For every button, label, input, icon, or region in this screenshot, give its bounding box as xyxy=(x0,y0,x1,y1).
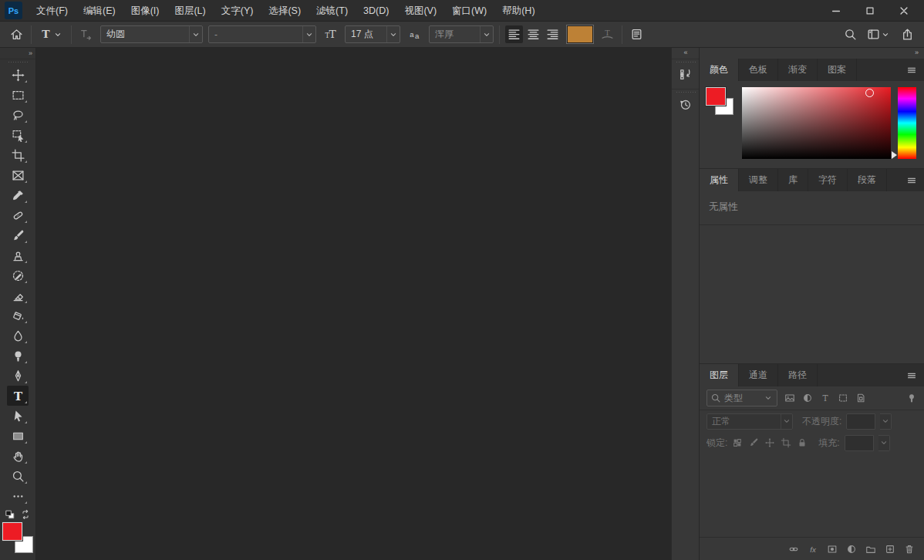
foreground-color-swatch[interactable] xyxy=(706,87,726,106)
rectangle-tool[interactable] xyxy=(7,426,29,446)
workspace-switcher-button[interactable] xyxy=(865,25,893,43)
menu-item-edit[interactable]: 编辑(E) xyxy=(76,0,123,22)
lasso-tool[interactable] xyxy=(7,105,29,125)
menu-item-image[interactable]: 图像(I) xyxy=(123,0,167,22)
maximize-button[interactable] xyxy=(853,0,887,21)
lock-position-icon[interactable] xyxy=(764,437,775,448)
lock-all-icon[interactable] xyxy=(797,437,808,448)
properties-panel-menu-button[interactable] xyxy=(899,169,924,191)
menu-item-view[interactable]: 视图(V) xyxy=(396,0,444,22)
default-colors-icon[interactable] xyxy=(5,509,15,520)
marquee-tool[interactable] xyxy=(7,85,29,105)
anti-alias-select[interactable]: 浑厚 xyxy=(429,25,494,43)
color-panel-menu-button[interactable] xyxy=(899,59,924,81)
new-layer-icon[interactable] xyxy=(885,544,895,555)
tab-layers[interactable]: 图层 xyxy=(700,364,739,386)
panel-collapse-button[interactable]: » xyxy=(700,48,924,59)
menu-item-window[interactable]: 窗口(W) xyxy=(444,0,494,22)
menu-item-filter[interactable]: 滤镜(T) xyxy=(309,0,356,22)
menu-item-file[interactable]: 文件(F) xyxy=(29,0,76,22)
eraser-tool[interactable] xyxy=(7,285,29,305)
align-center-button[interactable] xyxy=(524,25,542,43)
brush-tool[interactable] xyxy=(7,225,29,245)
lock-image-icon[interactable] xyxy=(748,437,759,448)
tab-swatches[interactable]: 色板 xyxy=(739,59,778,81)
tab-channels[interactable]: 通道 xyxy=(739,364,778,386)
toggle-panels-button[interactable] xyxy=(628,25,646,43)
filter-pixel-layers-icon[interactable] xyxy=(784,393,795,403)
move-tool[interactable] xyxy=(7,65,29,85)
filter-type-layers-icon[interactable]: T xyxy=(820,393,831,403)
color-picker-ring[interactable] xyxy=(865,89,874,97)
add-layer-mask-icon[interactable] xyxy=(827,544,838,555)
tab-character[interactable]: 字符 xyxy=(808,169,848,191)
share-button[interactable] xyxy=(899,25,916,43)
pen-tool[interactable] xyxy=(7,366,29,386)
home-button[interactable] xyxy=(8,25,25,43)
tab-patterns[interactable]: 图案 xyxy=(818,59,857,81)
hue-slider[interactable] xyxy=(898,87,916,159)
layer-filter-type-select[interactable]: 类型 xyxy=(706,390,777,407)
tool-preset-button[interactable]: T xyxy=(37,25,66,43)
new-group-icon[interactable] xyxy=(865,544,876,555)
edit-toolbar-button[interactable] xyxy=(7,486,29,506)
new-adjustment-layer-icon[interactable] xyxy=(846,544,857,555)
filter-adjustment-layers-icon[interactable] xyxy=(802,393,813,403)
swap-colors-icon[interactable] xyxy=(20,509,31,520)
tab-paragraph[interactable]: 段落 xyxy=(848,169,887,191)
tab-paths[interactable]: 路径 xyxy=(778,364,818,386)
type-tool[interactable]: T xyxy=(7,386,29,406)
menu-item-select[interactable]: 选择(S) xyxy=(261,0,309,22)
font-size-select[interactable]: 17 点 xyxy=(345,25,400,43)
text-color-swatch[interactable] xyxy=(567,25,593,43)
lock-artboard-icon[interactable] xyxy=(781,437,791,448)
close-button[interactable] xyxy=(887,0,921,21)
menu-item-layer[interactable]: 图层(L) xyxy=(167,0,213,22)
fill-value-box[interactable] xyxy=(845,435,874,451)
menu-item-type[interactable]: 文字(Y) xyxy=(214,0,261,22)
delete-layer-icon[interactable] xyxy=(904,544,915,555)
align-left-button[interactable] xyxy=(505,25,523,43)
foreground-color-swatch[interactable] xyxy=(2,522,22,541)
filter-shape-layers-icon[interactable] xyxy=(838,393,848,403)
clone-stamp-tool[interactable] xyxy=(7,245,29,265)
blend-mode-select[interactable]: 正常 xyxy=(706,413,793,430)
history-brush-tool[interactable] xyxy=(7,265,29,285)
chevron-down-icon[interactable] xyxy=(880,413,892,430)
layer-filter-toggle[interactable] xyxy=(906,393,917,403)
saturation-brightness-field[interactable] xyxy=(742,87,891,159)
paint-bucket-tool[interactable] xyxy=(7,305,29,326)
search-button[interactable] xyxy=(841,25,859,43)
path-selection-tool[interactable] xyxy=(7,406,29,426)
hue-strip[interactable] xyxy=(898,87,916,159)
toolbar-expand-button[interactable]: » xyxy=(0,48,35,59)
hue-slider-arrow[interactable] xyxy=(892,151,897,159)
font-family-select[interactable]: 幼圆 xyxy=(100,25,203,43)
layer-comps-panel-button[interactable] xyxy=(672,59,699,89)
eyedropper-tool[interactable] xyxy=(7,185,29,205)
spot-healing-tool[interactable] xyxy=(7,205,29,225)
layer-style-fx-icon[interactable]: fx xyxy=(808,544,818,555)
filter-smart-objects-icon[interactable] xyxy=(855,393,866,403)
tab-properties[interactable]: 属性 xyxy=(700,169,739,191)
crop-tool[interactable] xyxy=(7,145,29,165)
blur-tool[interactable] xyxy=(7,326,29,346)
zoom-tool[interactable] xyxy=(7,466,29,486)
minimize-button[interactable] xyxy=(819,0,853,21)
opacity-value-box[interactable] xyxy=(846,413,875,430)
dodge-tool[interactable] xyxy=(7,346,29,366)
tab-color[interactable]: 颜色 xyxy=(700,59,739,81)
warp-text-button[interactable]: T xyxy=(599,25,616,43)
menu-item-3d[interactable]: 3D(D) xyxy=(356,0,396,22)
text-orientation-button[interactable] xyxy=(77,25,95,43)
link-layers-icon[interactable] xyxy=(788,544,799,555)
layers-panel-menu-button[interactable] xyxy=(899,364,924,386)
tab-gradients[interactable]: 渐变 xyxy=(778,59,818,81)
tab-libraries[interactable]: 库 xyxy=(778,169,808,191)
menu-item-help[interactable]: 帮助(H) xyxy=(494,0,542,22)
dock-expand-button[interactable]: « xyxy=(672,48,699,59)
font-style-select[interactable]: - xyxy=(208,25,316,43)
chevron-down-icon[interactable] xyxy=(878,435,890,451)
canvas-area[interactable] xyxy=(36,48,668,560)
lock-transparency-icon[interactable] xyxy=(732,437,743,448)
